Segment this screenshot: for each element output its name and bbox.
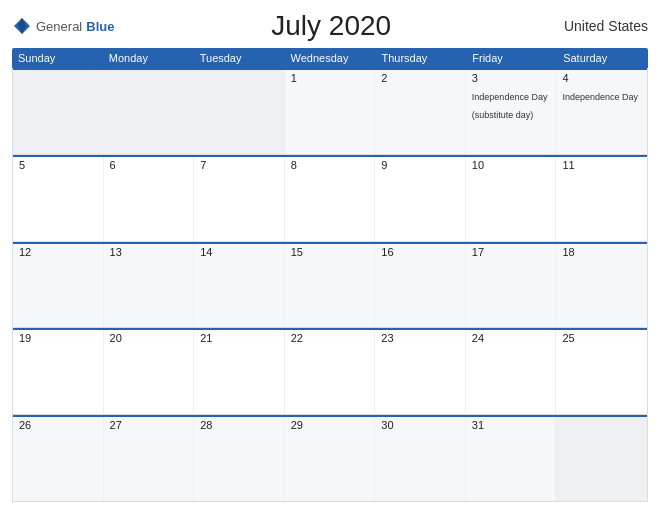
cal-cell-w1-d1: 6 bbox=[104, 155, 195, 241]
cell-date-number: 22 bbox=[291, 332, 369, 344]
week-row-3: 19202122232425 bbox=[12, 328, 648, 415]
cell-date-number: 1 bbox=[291, 72, 369, 84]
calendar: General Blue July 2020 United States Sun… bbox=[0, 0, 660, 510]
cell-date-number: 8 bbox=[291, 159, 369, 171]
cal-cell-w1-d3: 8 bbox=[285, 155, 376, 241]
cell-date-number: 29 bbox=[291, 419, 369, 431]
cell-date-number: 25 bbox=[562, 332, 641, 344]
day-header-thursday: Thursday bbox=[375, 48, 466, 68]
cal-cell-w3-d2: 21 bbox=[194, 328, 285, 414]
cal-cell-w3-d1: 20 bbox=[104, 328, 195, 414]
logo: General Blue bbox=[12, 16, 114, 36]
week-row-2: 12131415161718 bbox=[12, 242, 648, 329]
cell-date-number: 21 bbox=[200, 332, 278, 344]
cell-date-number: 2 bbox=[381, 72, 459, 84]
cell-date-number: 30 bbox=[381, 419, 459, 431]
calendar-header: General Blue July 2020 United States bbox=[12, 10, 648, 42]
logo-icon bbox=[12, 16, 32, 36]
cal-cell-w4-d1: 27 bbox=[104, 415, 195, 501]
cell-date-number: 27 bbox=[110, 419, 188, 431]
cell-date-number: 5 bbox=[19, 159, 97, 171]
day-header-monday: Monday bbox=[103, 48, 194, 68]
cell-date-number: 24 bbox=[472, 332, 550, 344]
cal-cell-w1-d2: 7 bbox=[194, 155, 285, 241]
cal-cell-w2-d5: 17 bbox=[466, 242, 557, 328]
cal-cell-w4-d6 bbox=[556, 415, 647, 501]
cal-cell-w0-d4: 2 bbox=[375, 68, 466, 154]
cal-cell-w3-d4: 23 bbox=[375, 328, 466, 414]
calendar-country: United States bbox=[548, 18, 648, 34]
day-header-saturday: Saturday bbox=[557, 48, 648, 68]
cal-cell-w4-d0: 26 bbox=[13, 415, 104, 501]
cal-cell-w1-d4: 9 bbox=[375, 155, 466, 241]
cal-cell-w0-d1 bbox=[104, 68, 195, 154]
calendar-grid: 123Independence Day (substitute day)4Ind… bbox=[12, 68, 648, 502]
cal-cell-w3-d0: 19 bbox=[13, 328, 104, 414]
cal-cell-w2-d1: 13 bbox=[104, 242, 195, 328]
cal-cell-w4-d3: 29 bbox=[285, 415, 376, 501]
cell-event-text: Independence Day bbox=[562, 92, 638, 102]
cal-cell-w3-d3: 22 bbox=[285, 328, 376, 414]
cal-cell-w1-d0: 5 bbox=[13, 155, 104, 241]
cell-date-number: 18 bbox=[562, 246, 641, 258]
cal-cell-w2-d4: 16 bbox=[375, 242, 466, 328]
week-row-0: 123Independence Day (substitute day)4Ind… bbox=[12, 68, 648, 155]
cal-cell-w2-d0: 12 bbox=[13, 242, 104, 328]
cell-date-number: 12 bbox=[19, 246, 97, 258]
cell-date-number: 13 bbox=[110, 246, 188, 258]
cal-cell-w2-d3: 15 bbox=[285, 242, 376, 328]
cell-date-number: 31 bbox=[472, 419, 550, 431]
cal-cell-w0-d0 bbox=[13, 68, 104, 154]
cell-date-number: 28 bbox=[200, 419, 278, 431]
cell-date-number: 17 bbox=[472, 246, 550, 258]
logo-blue: Blue bbox=[86, 19, 114, 34]
cell-date-number: 15 bbox=[291, 246, 369, 258]
cal-cell-w3-d6: 25 bbox=[556, 328, 647, 414]
day-header-friday: Friday bbox=[466, 48, 557, 68]
cell-date-number: 20 bbox=[110, 332, 188, 344]
day-header-wednesday: Wednesday bbox=[285, 48, 376, 68]
cell-date-number: 7 bbox=[200, 159, 278, 171]
cell-date-number: 9 bbox=[381, 159, 459, 171]
cell-date-number: 14 bbox=[200, 246, 278, 258]
day-header-tuesday: Tuesday bbox=[194, 48, 285, 68]
cell-date-number: 6 bbox=[110, 159, 188, 171]
cal-cell-w1-d6: 11 bbox=[556, 155, 647, 241]
cal-cell-w0-d2 bbox=[194, 68, 285, 154]
cell-date-number: 16 bbox=[381, 246, 459, 258]
cell-date-number: 19 bbox=[19, 332, 97, 344]
cal-cell-w4-d2: 28 bbox=[194, 415, 285, 501]
calendar-title: July 2020 bbox=[114, 10, 548, 42]
cell-event-text: Independence Day (substitute day) bbox=[472, 92, 548, 120]
cal-cell-w2-d6: 18 bbox=[556, 242, 647, 328]
day-header-sunday: Sunday bbox=[12, 48, 103, 68]
cal-cell-w0-d6: 4Independence Day bbox=[556, 68, 647, 154]
svg-marker-1 bbox=[18, 18, 26, 34]
cell-date-number: 26 bbox=[19, 419, 97, 431]
day-headers-row: Sunday Monday Tuesday Wednesday Thursday… bbox=[12, 48, 648, 68]
cal-cell-w4-d5: 31 bbox=[466, 415, 557, 501]
week-row-1: 567891011 bbox=[12, 155, 648, 242]
cal-cell-w2-d2: 14 bbox=[194, 242, 285, 328]
cell-date-number: 11 bbox=[562, 159, 641, 171]
cell-date-number: 4 bbox=[562, 72, 641, 84]
cal-cell-w1-d5: 10 bbox=[466, 155, 557, 241]
cal-cell-w4-d4: 30 bbox=[375, 415, 466, 501]
cell-date-number: 23 bbox=[381, 332, 459, 344]
cal-cell-w0-d5: 3Independence Day (substitute day) bbox=[466, 68, 557, 154]
cell-date-number: 3 bbox=[472, 72, 550, 84]
cell-date-number: 10 bbox=[472, 159, 550, 171]
cal-cell-w3-d5: 24 bbox=[466, 328, 557, 414]
week-row-4: 262728293031 bbox=[12, 415, 648, 502]
cal-cell-w0-d3: 1 bbox=[285, 68, 376, 154]
logo-general: General bbox=[36, 19, 82, 34]
